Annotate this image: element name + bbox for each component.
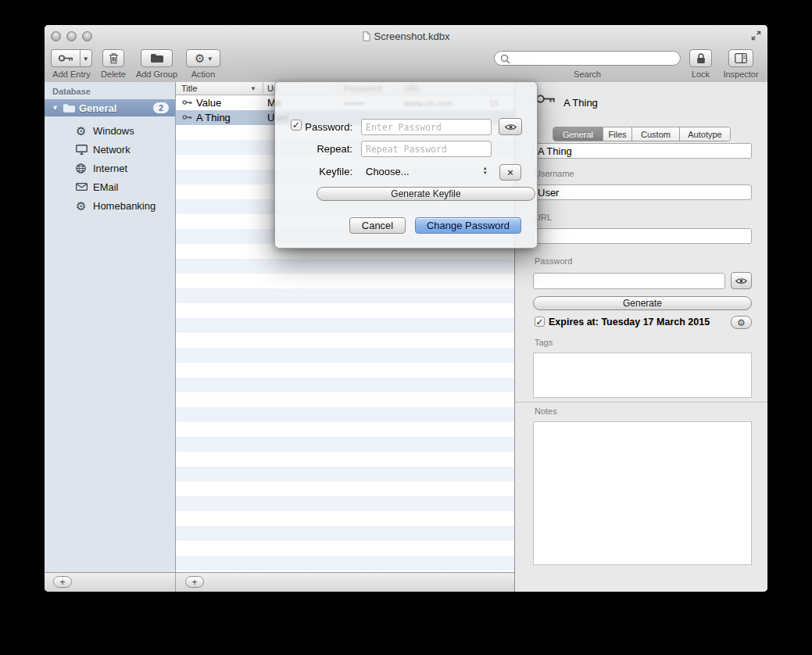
delete-label: Delete <box>91 70 135 79</box>
cancel-label: Cancel <box>362 220 393 231</box>
expires-checkbox[interactable]: ✓ <box>535 317 545 327</box>
generate-password-button[interactable]: Generate <box>533 296 752 310</box>
section-divider <box>515 402 767 403</box>
plus-icon: + <box>191 577 197 588</box>
keyfile-popup[interactable]: Choose... <box>366 166 410 177</box>
window-title-text: Screenshot.kdbx <box>374 30 450 42</box>
sidebar-item-windows[interactable]: ⚙ Windows <box>45 121 175 140</box>
key-icon <box>182 114 192 120</box>
group-count-badge: 2 <box>153 102 169 113</box>
fullscreen-resize-icon[interactable] <box>751 30 761 41</box>
inspector-label: Inspector <box>717 70 764 79</box>
inspector-panel-icon <box>735 53 747 63</box>
notes-textarea[interactable] <box>533 421 752 565</box>
search-label: Search <box>494 70 681 79</box>
inspector-entry-title: A Thing <box>563 97 598 109</box>
sidebar-group-label: General <box>79 102 116 114</box>
dialog-password-label: Password: <box>303 121 352 133</box>
delete-button[interactable] <box>102 49 124 67</box>
tab-general[interactable]: General <box>553 127 603 141</box>
dialog-repeat-input[interactable] <box>361 141 492 157</box>
add-group-label: Add Group <box>133 70 181 79</box>
tags-textarea[interactable] <box>533 353 752 398</box>
add-entry-button[interactable]: ▾ <box>51 49 92 67</box>
inspector-tabs: General Files Custom Autotype <box>553 127 731 141</box>
url-field[interactable] <box>533 228 752 244</box>
sidebar-section-header: Database <box>52 87 91 96</box>
column-divider[interactable] <box>263 82 263 95</box>
notes-label: Notes <box>535 406 557 416</box>
sidebar-item-email[interactable]: EMail <box>45 177 175 196</box>
lock-icon <box>696 52 706 64</box>
divider <box>175 573 176 592</box>
lock-label: Lock <box>678 70 723 79</box>
change-password-button[interactable]: Change Password <box>415 217 521 234</box>
add-entry-label: Add Entry <box>51 70 92 79</box>
change-password-label: Change Password <box>427 220 510 231</box>
password-checkbox[interactable]: ✓ <box>291 120 302 131</box>
checkmark-icon: ✓ <box>292 120 300 130</box>
sidebar-item-network[interactable]: Network <box>45 140 175 159</box>
action-button[interactable]: ⚙ ▾ <box>186 49 220 67</box>
stepper-down-icon: ▾ <box>484 170 487 175</box>
generate-keyfile-button[interactable]: Generate Keyfile <box>317 187 535 201</box>
sort-indicator-icon[interactable]: ▼ <box>250 85 256 92</box>
sidebar-item-label: Homebanking <box>93 200 156 212</box>
tab-custom[interactable]: Custom <box>632 127 680 141</box>
inspector-toggle-button[interactable] <box>728 49 753 67</box>
tab-files[interactable]: Files <box>603 127 632 141</box>
username-field[interactable] <box>533 184 752 200</box>
search-icon <box>500 54 510 64</box>
eye-icon <box>735 277 747 285</box>
bottom-bar: + + <box>45 572 514 592</box>
gear-icon: ⚙ <box>76 125 86 137</box>
tab-autotype[interactable]: Autotype <box>680 127 730 141</box>
password-field[interactable] <box>533 273 725 289</box>
checkmark-icon: ✓ <box>535 317 543 327</box>
show-password-button[interactable] <box>731 272 752 289</box>
sidebar-item-internet[interactable]: Internet <box>45 159 175 177</box>
sidebar-item-homebanking[interactable]: ⚙ Homebanking <box>45 196 175 215</box>
lock-button[interactable] <box>689 49 712 67</box>
disclosure-triangle-icon[interactable]: ▼ <box>52 104 59 112</box>
plus-icon: + <box>59 577 65 588</box>
clear-keyfile-button[interactable]: × <box>499 164 521 181</box>
folder-icon <box>63 103 76 113</box>
action-label: Action <box>186 70 220 79</box>
entry-title: Value <box>196 97 221 109</box>
folder-icon <box>150 53 164 63</box>
add-group-plus-button[interactable]: + <box>53 576 72 588</box>
window-title: Screenshot.kdbx <box>45 25 767 47</box>
expires-text: Expires at: Tuesday 17 March 2015 <box>549 317 710 328</box>
sidebar: Database ▼ General 2 ⚙ Windows Network <box>45 82 176 572</box>
cancel-button[interactable]: Cancel <box>349 217 406 234</box>
gear-icon: ⚙ <box>76 200 86 212</box>
gear-icon: ⚙ <box>195 52 205 64</box>
expires-settings-button[interactable]: ⚙ <box>731 316 752 329</box>
sidebar-item-label: Network <box>93 144 131 156</box>
key-icon <box>52 54 80 63</box>
sidebar-item-label: Windows <box>93 125 134 137</box>
key-icon <box>182 99 192 106</box>
dialog-show-password-button[interactable] <box>499 118 522 135</box>
dialog-repeat-label: Repeat: <box>291 143 352 155</box>
document-icon <box>363 31 370 41</box>
eye-icon <box>505 123 517 131</box>
title-field[interactable] <box>533 143 752 159</box>
sidebar-group-general[interactable]: ▼ General 2 <box>45 99 175 116</box>
search-input[interactable] <box>494 51 681 66</box>
add-entry-plus-button[interactable]: + <box>185 576 204 588</box>
chevron-down-icon: ▾ <box>208 55 212 63</box>
envelope-icon <box>76 183 88 191</box>
popup-stepper-icon[interactable]: ▴ ▾ <box>484 166 487 175</box>
change-password-dialog: ✓ Password: Repeat: Keyfile: Choose... ▴… <box>274 81 538 249</box>
monitor-icon <box>76 145 88 155</box>
column-header-title[interactable]: Title <box>181 84 197 93</box>
entry-title: A Thing <box>196 112 231 123</box>
dialog-password-input[interactable] <box>361 119 492 135</box>
globe-icon <box>76 163 86 174</box>
chevron-down-icon[interactable]: ▾ <box>80 50 91 66</box>
sidebar-item-label: Internet <box>93 163 127 174</box>
add-group-button[interactable] <box>141 49 173 67</box>
inspector-panel: A Thing General Files Custom Autotype Us… <box>514 82 767 592</box>
